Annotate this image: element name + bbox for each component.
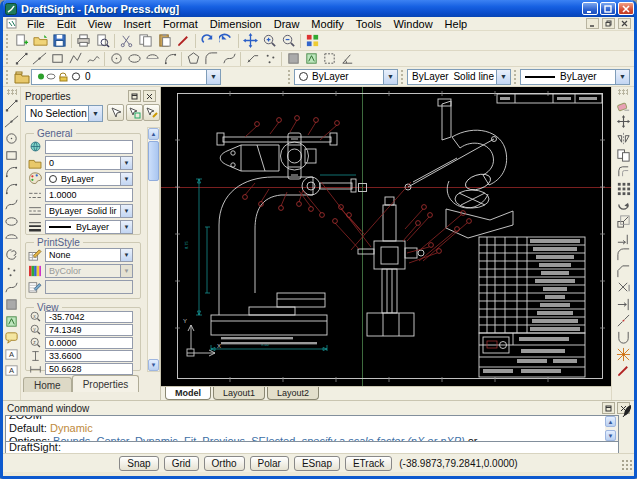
chevron-down-icon[interactable]: ▼	[383, 70, 397, 84]
shade-region-button[interactable]	[4, 296, 20, 313]
chevron-down-icon[interactable]: ▼	[120, 205, 132, 217]
status-toggle-snap[interactable]: Snap	[119, 456, 158, 471]
leader-button[interactable]	[243, 51, 261, 66]
selection-combo[interactable]: No Selection ▼	[25, 105, 103, 122]
mdi-minimize-button[interactable]	[586, 18, 599, 29]
region-button[interactable]	[302, 51, 320, 66]
menu-item-format[interactable]: Format	[157, 17, 204, 31]
copy-button[interactable]	[136, 32, 155, 49]
polygon-button[interactable]	[184, 51, 202, 66]
weld-button[interactable]	[614, 329, 632, 346]
ellipse-button[interactable]	[125, 51, 143, 66]
scroll-down-icon[interactable]: ▼	[605, 430, 616, 441]
freehand-sketch-button[interactable]	[84, 51, 102, 66]
mdi-restore-button[interactable]	[602, 18, 615, 29]
circle-button[interactable]	[4, 130, 20, 147]
color-property-combo[interactable]: ByLayer ▼	[45, 172, 133, 186]
chevron-down-icon[interactable]: ▼	[88, 106, 102, 121]
infinite-line-button[interactable]	[30, 51, 48, 66]
fillet-corner-button[interactable]	[202, 51, 220, 66]
arc-3-point-button[interactable]	[4, 180, 20, 197]
zoom-out-button[interactable]	[279, 32, 298, 49]
tab-layout2[interactable]: Layout2	[267, 387, 319, 400]
ellipse-arc-button[interactable]	[143, 51, 161, 66]
mdi-close-button[interactable]	[618, 18, 631, 29]
status-toggle-etrack[interactable]: ETrack	[345, 456, 392, 471]
toolbar-grip[interactable]	[5, 33, 10, 48]
resize-grip[interactable]	[621, 459, 633, 471]
toolbar-grip[interactable]	[5, 69, 10, 84]
view-x-field[interactable]: -35.7042	[45, 311, 133, 323]
revision-cloud-button[interactable]	[4, 246, 20, 263]
arc-button[interactable]	[161, 51, 179, 66]
tab-layout1[interactable]: Layout1	[213, 387, 265, 400]
chevron-down-icon[interactable]: ▼	[120, 249, 132, 261]
printstyle-combo[interactable]: None ▼	[45, 248, 133, 262]
view-z-field[interactable]: 0.0000	[45, 337, 133, 349]
point-multiple-button[interactable]	[4, 263, 20, 280]
status-toggle-ortho[interactable]: Ortho	[204, 456, 245, 471]
zoom-in-button[interactable]	[260, 32, 279, 49]
toolbar-grip[interactable]	[7, 89, 17, 95]
toolbar-grip[interactable]	[287, 69, 292, 84]
undo-button[interactable]	[198, 32, 217, 49]
rectangle-button[interactable]	[48, 51, 66, 66]
line-weight-combo[interactable]: ByLayer ▼	[520, 69, 630, 85]
layer-combo[interactable]: 0 ▼	[31, 69, 221, 85]
new-file-button[interactable]	[12, 32, 31, 49]
view-width-field[interactable]: 50.6628	[45, 363, 133, 375]
command-scrollbar[interactable]: ▲ ▼	[605, 416, 618, 441]
options-palette-button[interactable]	[303, 32, 322, 49]
match-properties-button[interactable]	[614, 363, 632, 380]
annotation-button[interactable]: A	[4, 363, 20, 380]
chevron-down-icon[interactable]: ▼	[206, 70, 220, 84]
panel-close-button[interactable]	[143, 90, 156, 102]
chamfer-button[interactable]	[614, 263, 632, 280]
hyperlink-field[interactable]	[45, 140, 133, 154]
status-toggle-polar[interactable]: Polar	[250, 456, 289, 471]
select-matching-button[interactable]	[143, 104, 160, 121]
layer-property-combo[interactable]: 0 ▼	[45, 156, 133, 170]
toolbar-grip[interactable]	[513, 69, 518, 84]
print-button[interactable]	[74, 32, 93, 49]
linestyle-property-combo[interactable]: ByLayer Solid lir ▼	[45, 204, 133, 218]
scroll-up-icon[interactable]: ▲	[605, 416, 616, 427]
chevron-down-icon[interactable]: ▼	[120, 157, 132, 169]
close-button[interactable]	[618, 2, 634, 15]
toolbar-grip[interactable]	[618, 89, 628, 95]
menu-item-window[interactable]: Window	[387, 17, 438, 31]
select-entities-button[interactable]	[107, 104, 124, 121]
erase-button[interactable]	[614, 97, 632, 114]
cut-button[interactable]	[117, 32, 136, 49]
construction-line-button[interactable]	[4, 114, 20, 131]
ellipse-button[interactable]	[4, 213, 20, 230]
hatch-button[interactable]	[284, 51, 302, 66]
status-toggle-grid[interactable]: Grid	[164, 456, 199, 471]
drawing-canvas[interactable]: 8.75 9.50 Y X	[161, 87, 612, 386]
menu-item-insert[interactable]: Insert	[117, 17, 157, 31]
chevron-down-icon[interactable]: ▼	[120, 173, 132, 185]
arc-button[interactable]	[4, 163, 20, 180]
tab-properties[interactable]: Properties	[72, 375, 140, 392]
chevron-down-icon[interactable]: ▼	[120, 221, 132, 233]
toolbar-grip[interactable]	[5, 53, 10, 64]
menu-item-dimension[interactable]: Dimension	[204, 17, 268, 31]
extend-button[interactable]	[614, 296, 632, 313]
save-file-button[interactable]	[50, 32, 69, 49]
lineweight-property-combo[interactable]: ByLayer ▼	[45, 220, 133, 234]
move-button[interactable]	[614, 114, 632, 131]
line-color-combo[interactable]: ByLayer ▼	[294, 69, 398, 85]
spline-button[interactable]	[220, 51, 238, 66]
menu-item-modify[interactable]: Modify	[305, 17, 349, 31]
property-painter-button[interactable]	[174, 32, 193, 49]
command-history[interactable]: ZOOM Default: Dynamic Options: Bounds, C…	[5, 415, 619, 442]
command-window-header[interactable]: Command window	[5, 402, 632, 414]
properties-scrollbar[interactable]: ▲ ▼	[147, 127, 160, 372]
redo-button[interactable]	[217, 32, 236, 49]
maximize-button[interactable]	[600, 2, 616, 15]
rectangle-button[interactable]	[4, 147, 20, 164]
circle-button[interactable]	[107, 51, 125, 66]
minimize-button[interactable]	[582, 2, 598, 15]
linetype-scale-field[interactable]: 1.0000	[45, 188, 133, 202]
point-button[interactable]	[261, 51, 279, 66]
